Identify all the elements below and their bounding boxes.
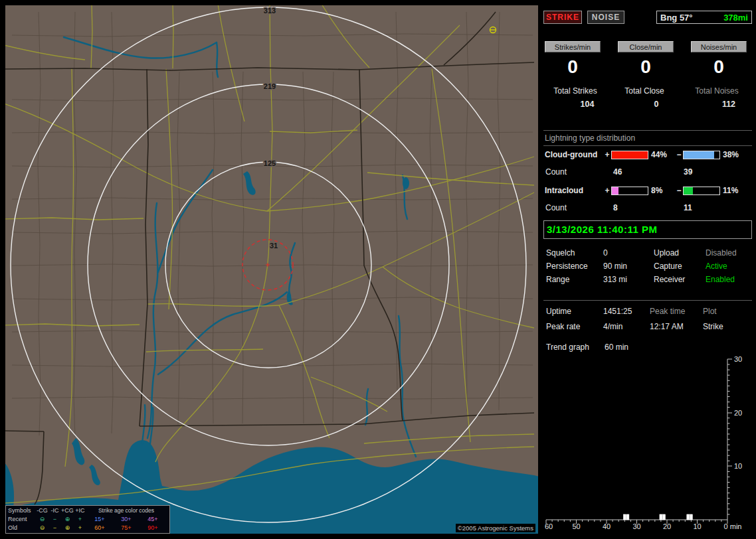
stats-row: Peak rate 4/min 12:17 AM Strike bbox=[543, 322, 752, 333]
rates-values-row: 0 0 0 bbox=[545, 56, 747, 78]
bearing-display: Bng 57° 378mi bbox=[656, 11, 752, 24]
legend-pos-ic-header: +IC bbox=[74, 506, 86, 515]
total-noises-value: 112 bbox=[694, 100, 756, 109]
pos-ic-bar bbox=[611, 187, 648, 195]
upload-label: Upload bbox=[651, 248, 703, 259]
settings-row: Range 313 mi Receiver Enabled bbox=[543, 275, 752, 285]
map-legend: Symbols -CG -IC +CG +IC Strike age color… bbox=[5, 505, 170, 534]
cloud-ground-count-row: Count 46 39 bbox=[543, 167, 752, 177]
totals-labels-row: Total Strikes Total Close Total Noises bbox=[543, 86, 752, 96]
cloud-ground-row: Cloud-ground + 44% − 38% bbox=[543, 150, 752, 159]
peak-time-value: 12:17 AM bbox=[647, 322, 700, 333]
uptime-label: Uptime bbox=[543, 307, 601, 317]
negative-sign: − bbox=[675, 186, 683, 195]
pos-ic-count: 8 bbox=[611, 203, 682, 212]
capture-label: Capture bbox=[651, 262, 703, 272]
strikes-per-min-button[interactable]: Strikes/min bbox=[545, 41, 601, 52]
neg-cg-percent: 38% bbox=[720, 150, 745, 159]
age-30-label: 30+ bbox=[113, 515, 140, 524]
legend-age-header: Strike age color codes bbox=[86, 506, 166, 515]
receiver-status: Enabled bbox=[703, 275, 745, 285]
total-strikes-value: 104 bbox=[555, 100, 619, 109]
y-tick-label: 30 bbox=[734, 355, 742, 363]
divider bbox=[543, 145, 752, 146]
intracloud-row: Intracloud + 8% − 11% bbox=[543, 186, 752, 195]
trend-graph-label: Trend graph bbox=[546, 343, 589, 352]
upload-status: Disabled bbox=[703, 248, 745, 259]
age-45-label: 45+ bbox=[140, 515, 166, 524]
map-canvas[interactable]: 313 219 125 31 bbox=[5, 5, 538, 534]
settings-row: Persistence 90 min Capture Active bbox=[543, 262, 752, 272]
x-tick-label: 20 bbox=[663, 522, 671, 530]
count-label: Count bbox=[543, 167, 611, 177]
pos-cg-bar bbox=[611, 151, 648, 159]
strikes-per-min-value: 0 bbox=[545, 56, 601, 78]
range-ring-label: 219 bbox=[264, 82, 276, 90]
capture-status: Active bbox=[703, 262, 745, 272]
pos-cg-count: 46 bbox=[611, 167, 682, 177]
total-noises-label: Total Noises bbox=[682, 86, 752, 96]
top-bar: STRIKE NOISE Bng 57° 378mi bbox=[543, 11, 752, 24]
distribution-heading: Lightning type distribution bbox=[543, 133, 752, 143]
copyright-notice: ©2005 Astrogenic Systems bbox=[456, 524, 535, 532]
bearing-value: Bng 57° bbox=[660, 13, 693, 23]
pos-cg-symbol: ⊕ bbox=[61, 515, 74, 524]
bearing-range-value: 378mi bbox=[723, 13, 748, 23]
neg-ic-count: 11 bbox=[682, 203, 745, 212]
stats-row: Uptime 1451:25 Peak time Plot bbox=[543, 307, 752, 317]
pos-ic-symbol: + bbox=[74, 524, 86, 532]
positive-sign: + bbox=[603, 150, 611, 159]
total-close-label: Total Close bbox=[607, 86, 682, 96]
legend-neg-ic-header: -IC bbox=[48, 506, 61, 515]
age-15-label: 15+ bbox=[86, 515, 113, 524]
neg-ic-symbol: − bbox=[48, 524, 61, 532]
intracloud-count-row: Count 8 11 bbox=[543, 203, 752, 212]
range-value: 313 mi bbox=[601, 275, 651, 285]
total-close-value: 0 bbox=[619, 100, 694, 109]
pos-cg-percent: 44% bbox=[648, 150, 675, 159]
persistence-label: Persistence bbox=[543, 262, 601, 272]
rates-row: Strikes/min Close/min Noises/min bbox=[545, 41, 747, 52]
peak-time-label: Peak time bbox=[647, 307, 700, 317]
trend-bars bbox=[623, 514, 692, 520]
squelch-label: Squelch bbox=[543, 248, 601, 259]
plot-value: Strike bbox=[700, 322, 745, 333]
side-panel: STRIKE NOISE Bng 57° 378mi Strikes/min C… bbox=[543, 5, 752, 534]
x-tick-label: 60 bbox=[545, 522, 553, 530]
pos-ic-percent: 8% bbox=[648, 186, 675, 195]
neg-cg-bar bbox=[683, 151, 720, 159]
plot-label: Plot bbox=[700, 307, 745, 317]
divider bbox=[543, 300, 752, 301]
neg-ic-bar bbox=[683, 187, 720, 195]
close-per-min-value: 0 bbox=[618, 56, 674, 78]
range-label: Range bbox=[543, 275, 601, 285]
persistence-value: 90 min bbox=[601, 262, 651, 272]
x-tick-label: 30 bbox=[632, 522, 640, 530]
range-ring-label: 125 bbox=[264, 159, 276, 167]
x-tick-label: 10 bbox=[693, 522, 701, 530]
settings-row: Squelch 0 Upload Disabled bbox=[543, 248, 752, 259]
noise-button[interactable]: NOISE bbox=[587, 11, 624, 24]
noises-per-min-button[interactable]: Noises/min bbox=[691, 41, 747, 52]
range-ring-label: 31 bbox=[270, 242, 278, 250]
negative-sign: − bbox=[675, 150, 683, 159]
strike-button[interactable]: STRIKE bbox=[543, 11, 582, 24]
neg-ic-symbol: − bbox=[48, 515, 61, 524]
y-tick-label: 20 bbox=[734, 409, 742, 417]
positive-sign: + bbox=[603, 186, 611, 195]
pos-ic-symbol: + bbox=[74, 515, 86, 524]
pos-cg-symbol: ⊕ bbox=[61, 524, 74, 532]
trend-window-value: 60 min bbox=[605, 343, 628, 352]
peak-rate-label: Peak rate bbox=[543, 322, 601, 333]
neg-cg-count: 39 bbox=[682, 167, 745, 177]
close-per-min-button[interactable]: Close/min bbox=[618, 41, 674, 52]
legend-symbols-header: Symbols bbox=[6, 506, 36, 515]
neg-cg-symbol: ⊖ bbox=[36, 524, 48, 532]
legend-neg-cg-header: -CG bbox=[36, 506, 48, 515]
age-75-label: 75+ bbox=[113, 524, 140, 532]
squelch-value: 0 bbox=[601, 248, 651, 259]
count-label: Count bbox=[543, 203, 611, 212]
x-tick-label: 0 min bbox=[724, 522, 742, 530]
intracloud-label: Intracloud bbox=[543, 186, 603, 195]
age-60-label: 60+ bbox=[86, 524, 113, 532]
